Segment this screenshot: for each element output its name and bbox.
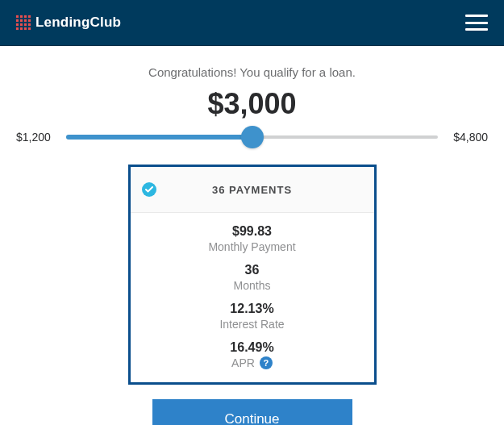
monthly-payment-label: Monthly Payment xyxy=(139,240,366,253)
slider-thumb[interactable] xyxy=(241,126,264,148)
apr-value: 16.49% xyxy=(139,340,366,355)
brand-name: LendingClub xyxy=(35,15,121,31)
interest-rate-value: 12.13% xyxy=(139,302,366,316)
menu-icon[interactable] xyxy=(465,15,488,31)
brand-logo: LendingClub xyxy=(16,15,121,31)
continue-button[interactable]: Continue xyxy=(152,399,352,425)
apr-label: APR ? xyxy=(139,356,366,369)
loan-amount: $3,000 xyxy=(0,87,504,121)
metric-interest-rate: 12.13% Interest Rate xyxy=(139,302,366,331)
loan-amount-slider[interactable]: $1,200 $4,800 xyxy=(0,131,504,144)
months-label: Months xyxy=(139,279,366,292)
apr-label-text: APR xyxy=(231,356,255,369)
offer-card: 36 PAYMENTS $99.83 Monthly Payment 36 Mo… xyxy=(128,165,377,385)
offer-title: 36 PAYMENTS xyxy=(212,184,292,196)
metric-apr: 16.49% APR ? xyxy=(139,340,366,369)
slider-min-label: $1,200 xyxy=(16,131,61,144)
app-header: LendingClub xyxy=(0,0,504,46)
check-icon xyxy=(142,182,156,197)
slider-max-label: $4,800 xyxy=(443,131,488,144)
metric-monthly-payment: $99.83 Monthly Payment xyxy=(139,224,366,253)
months-value: 36 xyxy=(139,263,366,277)
slider-track[interactable] xyxy=(66,135,438,140)
metric-months: 36 Months xyxy=(139,263,366,292)
congrats-message: Congratulations! You qualify for a loan. xyxy=(0,65,504,79)
help-icon[interactable]: ? xyxy=(260,356,273,369)
offer-card-body: $99.83 Monthly Payment 36 Months 12.13% … xyxy=(131,213,374,382)
offer-card-header: 36 PAYMENTS xyxy=(131,167,374,213)
interest-rate-label: Interest Rate xyxy=(139,318,366,331)
main-content: Congratulations! You qualify for a loan.… xyxy=(0,46,504,425)
monthly-payment-value: $99.83 xyxy=(139,224,366,239)
slider-track-fill xyxy=(66,135,252,140)
brand-logo-mark xyxy=(16,15,31,30)
